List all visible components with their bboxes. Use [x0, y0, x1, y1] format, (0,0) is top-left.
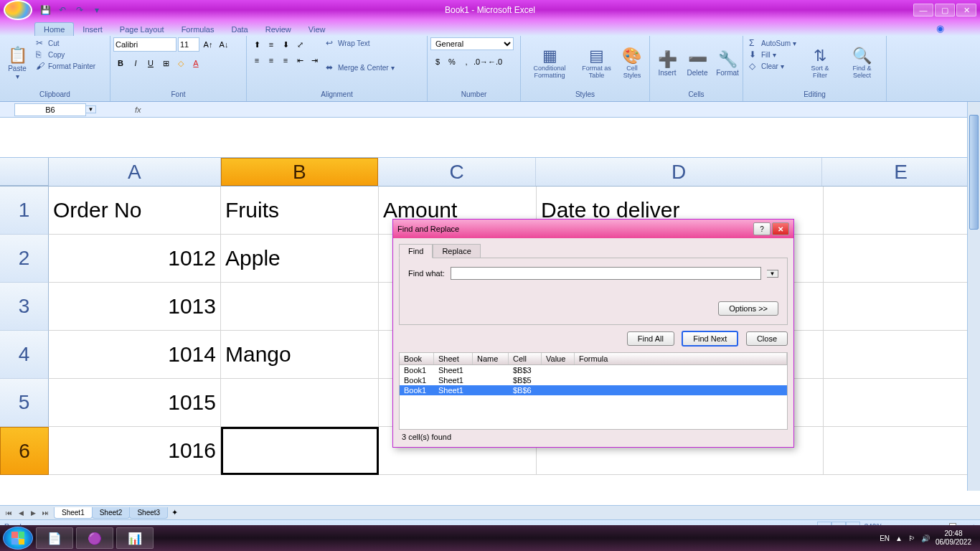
col-header-B[interactable]: B [221, 158, 379, 186]
shrink-font-icon[interactable]: A↓ [217, 37, 231, 52]
qat-dropdown-icon[interactable]: ▾ [90, 3, 104, 17]
tab-home[interactable]: Home [34, 22, 74, 36]
save-icon[interactable]: 💾 [38, 3, 52, 17]
border-button[interactable]: ⊞ [159, 56, 173, 70]
name-box[interactable] [14, 103, 86, 116]
wrap-text-button[interactable]: ↩Wrap Text [323, 37, 397, 49]
col-header-D[interactable]: D [536, 158, 822, 186]
tray-sound-icon[interactable]: 🔊 [921, 534, 930, 542]
number-format-select[interactable]: General [430, 37, 514, 50]
find-what-dropdown[interactable]: ▼ [767, 270, 778, 278]
sheet-tab-3[interactable]: Sheet3 [129, 507, 168, 519]
row-header-6[interactable]: 6 [0, 427, 49, 475]
tray-time[interactable]: 20:48 [936, 529, 971, 538]
orientation-icon[interactable]: ⤢ [293, 37, 307, 52]
results-col-book[interactable]: Book [400, 353, 434, 364]
cell-A6[interactable]: 1016 [49, 427, 221, 475]
font-size-select[interactable] [178, 37, 199, 52]
cell-B3[interactable] [221, 283, 379, 331]
sheet-tab-1[interactable]: Sheet1 [54, 507, 93, 519]
redo-icon[interactable]: ↷ [72, 3, 87, 17]
fill-button[interactable]: ⬇Fill ▾ [746, 49, 799, 60]
font-color-button[interactable]: A [189, 56, 203, 70]
taskbar-app[interactable]: 🟣 [76, 527, 113, 549]
cell-E2[interactable] [824, 235, 980, 283]
merge-center-button[interactable]: ⬌Merge & Center ▾ [323, 62, 397, 73]
align-middle-icon[interactable]: ≡ [264, 37, 278, 52]
decrease-decimal-icon[interactable]: ←.0 [488, 55, 502, 69]
taskbar-word[interactable]: 📄 [36, 527, 73, 549]
format-as-table-button[interactable]: ▤Format as Table [577, 37, 616, 89]
taskbar-excel[interactable]: 📊 [116, 527, 154, 549]
results-col-sheet[interactable]: Sheet [434, 353, 473, 364]
find-select-button[interactable]: 🔍Find & Select [841, 37, 883, 89]
cell-B6[interactable] [221, 427, 379, 475]
percent-icon[interactable]: % [445, 55, 459, 69]
dialog-help-button[interactable]: ? [753, 222, 771, 235]
formula-input[interactable] [151, 104, 980, 116]
close-button[interactable]: ✕ [956, 4, 976, 17]
tab-review[interactable]: Review [257, 23, 300, 36]
conditional-formatting-button[interactable]: ▦Conditional Formatting [524, 37, 575, 89]
sheet-nav-first[interactable]: ⏮ [3, 507, 14, 519]
align-right-icon[interactable]: ≡ [278, 53, 293, 67]
start-button[interactable] [3, 527, 33, 550]
align-bottom-icon[interactable]: ⬇ [278, 37, 293, 52]
bold-button[interactable]: B [113, 56, 128, 70]
cell-A2[interactable]: 1012 [49, 235, 221, 283]
results-col-value[interactable]: Value [542, 353, 575, 364]
cell-E3[interactable] [824, 283, 980, 331]
row-header-5[interactable]: 5 [0, 379, 49, 427]
align-left-icon[interactable]: ≡ [250, 53, 264, 67]
align-center-icon[interactable]: ≡ [264, 53, 278, 67]
cell-B1[interactable]: Fruits [221, 187, 379, 235]
find-what-input[interactable] [451, 267, 761, 280]
office-button[interactable] [4, 0, 32, 20]
cell-E4[interactable] [824, 331, 980, 379]
cell-A4[interactable]: 1014 [49, 331, 221, 379]
name-box-dropdown[interactable]: ▼ [86, 105, 96, 113]
cell-A3[interactable]: 1013 [49, 283, 221, 331]
result-row[interactable]: Book1Sheet1$B$3 [400, 365, 787, 375]
cell-B2[interactable]: Apple [221, 235, 379, 283]
tab-view[interactable]: View [300, 23, 334, 36]
undo-icon[interactable]: ↶ [55, 3, 70, 17]
cell-B5[interactable] [221, 379, 379, 427]
result-row[interactable]: Book1Sheet1$B$5 [400, 375, 787, 385]
dialog-close-btn[interactable]: Close [746, 331, 788, 346]
select-all-corner[interactable] [0, 158, 49, 186]
dialog-titlebar[interactable]: Find and Replace ? ✕ [393, 220, 793, 238]
minimize-button[interactable]: — [913, 4, 933, 17]
cell-A5[interactable]: 1015 [49, 379, 221, 427]
tab-data[interactable]: Data [222, 23, 256, 36]
tray-show-icons[interactable]: ▲ [895, 534, 903, 542]
find-next-button[interactable]: Find Next [682, 331, 738, 347]
options-button[interactable]: Options >> [718, 301, 778, 316]
sort-filter-button[interactable]: ⇅Sort & Filter [801, 37, 839, 89]
cell-B4[interactable]: Mango [221, 331, 379, 379]
results-col-cell[interactable]: Cell [509, 353, 542, 364]
result-row[interactable]: Book1Sheet1$B$6 [400, 385, 787, 395]
row-header-1[interactable]: 1 [0, 187, 49, 235]
cut-button[interactable]: ✂Cut [33, 37, 98, 49]
grow-font-icon[interactable]: A↑ [201, 37, 215, 52]
tab-formulas[interactable]: Formulas [173, 23, 223, 36]
maximize-button[interactable]: ▢ [935, 4, 955, 17]
sheet-nav-last[interactable]: ⏭ [39, 507, 51, 519]
row-header-2[interactable]: 2 [0, 235, 49, 283]
insert-cells-button[interactable]: ➕Insert [653, 37, 682, 89]
format-cells-button[interactable]: 🔧Format [713, 37, 742, 89]
comma-icon[interactable]: , [459, 55, 473, 69]
tray-lang[interactable]: EN [880, 534, 890, 542]
find-all-button[interactable]: Find All [627, 331, 674, 346]
clear-button[interactable]: ◇Clear ▾ [746, 60, 799, 72]
cell-styles-button[interactable]: 🎨Cell Styles [618, 37, 646, 89]
row-header-3[interactable]: 3 [0, 283, 49, 331]
italic-button[interactable]: I [128, 56, 143, 70]
sheet-nav-prev[interactable]: ◀ [15, 507, 27, 519]
paste-button[interactable]: 📋 Paste ▾ [3, 37, 32, 89]
scrollbar-thumb[interactable] [969, 115, 979, 230]
fx-icon[interactable]: fx [131, 104, 146, 116]
tab-insert[interactable]: Insert [74, 23, 111, 36]
cell-E1[interactable] [824, 187, 980, 235]
